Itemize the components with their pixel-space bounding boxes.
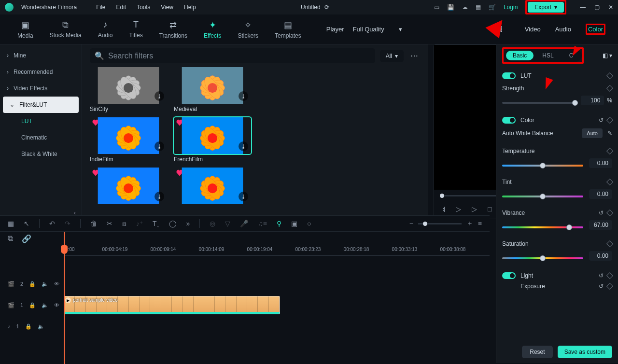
tab-templates[interactable]: ▤Templates bbox=[269, 18, 307, 41]
menu-edit[interactable]: Edit bbox=[116, 4, 126, 11]
card-medieval[interactable]: ⭳ Medieval bbox=[174, 67, 251, 112]
reset-button[interactable]: Reset bbox=[522, 346, 552, 358]
download-icon[interactable]: ⭳ bbox=[154, 141, 164, 151]
apps-icon[interactable]: ▦ bbox=[476, 4, 481, 11]
mute-icon[interactable]: 🔈 bbox=[42, 281, 48, 287]
window-maximize-icon[interactable]: ▢ bbox=[594, 4, 600, 11]
auto-button[interactable]: Auto bbox=[582, 128, 603, 138]
menu-view[interactable]: View bbox=[161, 4, 173, 11]
card-extra-2[interactable]: ⭳ bbox=[174, 168, 251, 204]
stop-icon[interactable]: □ bbox=[488, 205, 492, 213]
crop-icon[interactable]: ⧈ bbox=[122, 220, 126, 228]
play-icon[interactable]: ▷ bbox=[472, 205, 477, 213]
undo-icon[interactable]: ↶ bbox=[49, 220, 55, 227]
ellipse-icon[interactable]: ○ bbox=[307, 220, 311, 227]
link-toggle-icon[interactable]: ▣ bbox=[291, 220, 297, 227]
strength-value[interactable]: 100 bbox=[581, 96, 604, 105]
keyframe-icon[interactable] bbox=[606, 85, 613, 92]
menu-file[interactable]: File bbox=[96, 4, 105, 11]
keyframe-icon[interactable] bbox=[606, 72, 613, 79]
insp-tab-video[interactable]: Video bbox=[525, 26, 541, 33]
temperature-slider[interactable] bbox=[502, 165, 583, 167]
color-subtab-basic[interactable]: Basic bbox=[506, 51, 534, 60]
save-custom-button[interactable]: Save as custom bbox=[558, 346, 612, 358]
vibrance-slider[interactable] bbox=[502, 226, 583, 228]
save-icon[interactable]: 💾 bbox=[447, 4, 454, 11]
undo-icon[interactable]: ↺ bbox=[599, 272, 604, 279]
undo-icon[interactable]: ↺ bbox=[599, 117, 604, 124]
mic-icon[interactable]: 🎤 bbox=[240, 220, 248, 227]
tint-slider[interactable] bbox=[502, 196, 583, 197]
prev-frame-icon[interactable]: ⦉ bbox=[442, 205, 445, 213]
download-icon[interactable]: ⭳ bbox=[154, 91, 164, 101]
undo-icon[interactable]: ↺ bbox=[599, 210, 604, 216]
sidebar-recommended[interactable]: ›Recommended bbox=[0, 64, 82, 80]
card-frenchfilm[interactable]: ⭳ FrenchFilm bbox=[174, 117, 251, 163]
tab-media[interactable]: ▣Media bbox=[12, 18, 39, 41]
tab-stickers[interactable]: ✧Stickers bbox=[232, 18, 264, 41]
keyframe-icon[interactable] bbox=[606, 148, 613, 154]
insp-tab-audio[interactable]: Audio bbox=[555, 26, 571, 33]
gallery-more-icon[interactable]: ⋯ bbox=[408, 49, 420, 62]
visibility-icon[interactable]: 👁 bbox=[54, 281, 59, 287]
sidebar-sub-cinematic[interactable]: Cinematic bbox=[0, 129, 82, 146]
play-backward-icon[interactable]: ▷ bbox=[456, 205, 461, 213]
visibility-icon[interactable]: 👁 bbox=[54, 302, 59, 308]
speed-icon[interactable]: ♪⁺ bbox=[136, 220, 143, 227]
mute-icon[interactable]: 🔈 bbox=[38, 323, 44, 330]
tab-audio[interactable]: ♪Audio bbox=[92, 18, 119, 41]
zoom-in-icon[interactable]: ＋ bbox=[466, 219, 473, 228]
pointer-icon[interactable]: ↖ bbox=[24, 220, 29, 227]
card-indiefilm[interactable]: ⭳ IndieFilm bbox=[90, 117, 167, 163]
window-close-icon[interactable]: ✕ bbox=[608, 4, 613, 11]
more-tools-icon[interactable]: » bbox=[186, 220, 190, 227]
keyframe-icon[interactable] bbox=[606, 240, 613, 247]
keyframe-icon[interactable] bbox=[606, 210, 613, 216]
lut-toggle[interactable] bbox=[502, 72, 516, 79]
tab-titles[interactable]: TTitles bbox=[123, 18, 148, 41]
export-button[interactable]: Export ▾ bbox=[528, 2, 564, 13]
download-icon[interactable]: ⭳ bbox=[239, 91, 248, 101]
device-icon[interactable]: ▭ bbox=[434, 4, 439, 11]
lock-icon[interactable]: 🔒 bbox=[29, 302, 36, 308]
eyedropper-icon[interactable]: ✎ bbox=[607, 130, 612, 137]
download-icon[interactable]: ⭳ bbox=[239, 141, 248, 151]
marker-icon[interactable]: ▽ bbox=[225, 220, 230, 227]
cloud-icon[interactable]: ☁ bbox=[462, 4, 468, 11]
lock-icon[interactable]: 🔒 bbox=[25, 323, 32, 330]
download-icon[interactable]: ⭳ bbox=[154, 192, 164, 201]
zoom-slider[interactable] bbox=[418, 223, 462, 224]
zoom-out-icon[interactable]: − bbox=[409, 220, 413, 227]
keyframe-icon[interactable] bbox=[606, 272, 613, 279]
tab-effects[interactable]: ✦Effects bbox=[198, 18, 227, 41]
zoom-fit-icon[interactable]: ≡ bbox=[478, 220, 482, 227]
sidebar-sub-lut[interactable]: LUT bbox=[0, 113, 82, 129]
vibrance-value[interactable]: 67.00 bbox=[589, 220, 612, 230]
magnet-icon[interactable]: ⚲ bbox=[277, 220, 281, 227]
redo-icon[interactable]: ↷ bbox=[65, 220, 70, 227]
saturation-value[interactable]: 0.00 bbox=[589, 251, 612, 261]
color-toggle[interactable] bbox=[502, 117, 516, 124]
tab-transitions[interactable]: ⇄Transitions bbox=[154, 18, 193, 41]
login-link[interactable]: Login bbox=[504, 4, 518, 11]
sidebar-sub-bw[interactable]: Black & White bbox=[0, 146, 82, 162]
track-lane[interactable]: ▶ portrait sample video bbox=[64, 296, 490, 314]
text-icon[interactable]: T˯ bbox=[153, 220, 159, 228]
sidebar-mine[interactable]: ›Mine bbox=[0, 47, 82, 64]
cut-icon[interactable]: ✂ bbox=[107, 220, 112, 227]
keyframe-icon[interactable] bbox=[606, 283, 613, 290]
saturation-slider[interactable] bbox=[502, 257, 583, 259]
card-sincity[interactable]: ⭳ SinCity bbox=[90, 67, 167, 112]
lock-icon[interactable]: 🔒 bbox=[29, 281, 36, 287]
compare-icon[interactable]: ◧ ▾ bbox=[603, 52, 612, 59]
delete-icon[interactable]: 🗑 bbox=[90, 220, 97, 227]
card-extra-1[interactable]: ⭳ bbox=[90, 168, 167, 204]
layout-icon[interactable]: ▦ bbox=[8, 220, 14, 227]
add-track-icon[interactable]: ⧉ bbox=[8, 234, 13, 243]
color-subtab-hsl[interactable]: HSL bbox=[535, 51, 560, 60]
track-lane[interactable] bbox=[64, 275, 490, 293]
sidebar-filter-lut[interactable]: ⌄Filter&LUT bbox=[3, 97, 79, 113]
filter-all-dropdown[interactable]: All ▾ bbox=[380, 50, 404, 62]
mixer-icon[interactable]: ♫≡ bbox=[258, 220, 267, 227]
playhead[interactable] bbox=[64, 232, 65, 364]
